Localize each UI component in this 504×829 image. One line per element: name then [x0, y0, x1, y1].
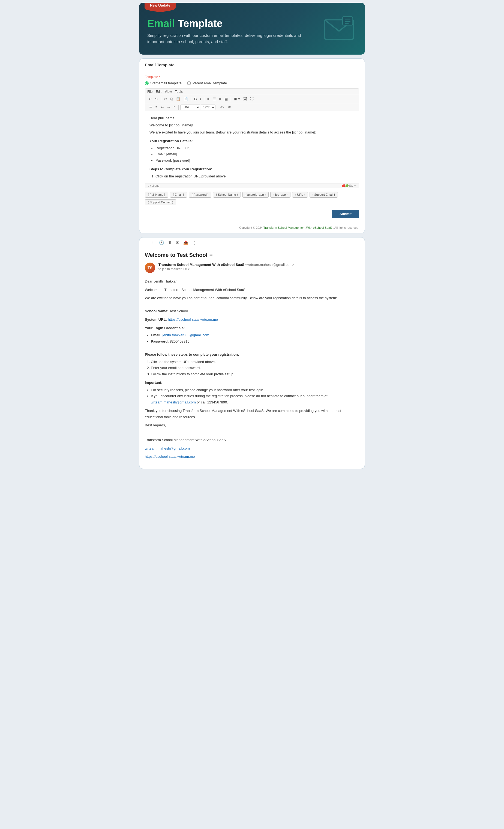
numbered-list-button[interactable]: ≡	[154, 104, 159, 110]
radio-parent[interactable]: Parent email template	[187, 81, 227, 85]
email-intro: We are excited to have you as part of ou…	[145, 295, 359, 301]
creds-password-item: Password: 8200408816	[151, 338, 359, 345]
more-icon[interactable]: ⋮	[192, 240, 196, 245]
hero-section: New Update Email Template Simplify regis…	[139, 3, 365, 55]
submit-button[interactable]: Submit	[332, 210, 359, 218]
bullet-list-button[interactable]: ≔	[147, 104, 154, 110]
url-link[interactable]: https://eschool-saas.wrteam.me	[168, 318, 218, 322]
copyright-rest: . All rights reserved.	[333, 226, 359, 229]
radio-dot-parent	[187, 81, 191, 85]
hero-title-green: Email	[147, 18, 175, 29]
editor-reg-list: Registration URL: [url] Email: [email] P…	[155, 145, 354, 163]
tag-full-name[interactable]: { Full Name }	[145, 192, 168, 197]
image-button[interactable]: 🖼	[242, 96, 248, 102]
required-asterisk: *	[159, 75, 160, 79]
signature-url-link[interactable]: https://eschool-saas.wrteam.me	[145, 455, 195, 459]
tag-support-email[interactable]: { Support Email }	[310, 192, 338, 197]
editor-reg-pass: Password: [password]	[155, 157, 354, 164]
editor-steps-list: Click on the registration URL provided a…	[155, 173, 354, 179]
copyright-bar: Copyright © 2024 Transform School Manage…	[139, 223, 365, 233]
template-label-text: Template	[145, 75, 158, 79]
edit-subject-icon[interactable]: ✏	[209, 252, 213, 258]
mail-icon[interactable]: ✉	[176, 240, 180, 245]
tag-email[interactable]: { Email }	[170, 192, 187, 197]
forward-icon[interactable]: 📤	[183, 240, 189, 245]
time-icon[interactable]: 🕐	[159, 240, 164, 245]
creds-head: Your Login Credentials:	[145, 325, 359, 331]
signature-link2: https://eschool-saas.wrteam.me	[145, 454, 359, 460]
step-1: Click on the system URL provided above.	[151, 359, 359, 365]
step-3: Follow the instructions to complete your…	[151, 371, 359, 377]
template-label: Template *	[145, 75, 359, 79]
sender-to[interactable]: to jenith.thakkar008 ▾	[158, 267, 295, 271]
archive-icon[interactable]: ☐	[152, 240, 155, 245]
table-button[interactable]: ⊞ ▾	[233, 96, 241, 102]
radio-staff[interactable]: Staff email template	[145, 81, 182, 85]
creds-email-link[interactable]: jenith.thakkar008@gmail.com	[162, 333, 209, 337]
align-center-button[interactable]: ☰	[211, 96, 217, 102]
menu-view[interactable]: View	[165, 90, 172, 94]
menu-edit[interactable]: Edit	[156, 90, 161, 94]
italic-button[interactable]: I	[199, 96, 202, 102]
creds-password-label: Password:	[151, 339, 169, 344]
regards: Best regards,	[145, 422, 359, 429]
font-size-select[interactable]: 12pt 14pt 16pt	[201, 105, 216, 110]
tag-android-app[interactable]: { android_app }	[242, 192, 269, 197]
back-icon[interactable]: ←	[144, 240, 148, 245]
support-email-link[interactable]: wrteam.mahesh@gmail.com	[151, 400, 196, 404]
bold-button[interactable]: B	[193, 96, 198, 102]
svg-rect-1	[343, 16, 353, 25]
align-justify-button[interactable]: ▤	[223, 96, 229, 102]
tag-ios-app[interactable]: { ios_app }	[270, 192, 290, 197]
indent-button[interactable]: ⇥	[166, 104, 171, 110]
radio-group: Staff email template Parent email templa…	[145, 81, 359, 85]
placeholder-tags-row: { Full Name } { Email } { Password } { S…	[145, 192, 359, 205]
editor-menubar: File Edit View Tools	[145, 89, 359, 95]
radio-dot-staff	[145, 81, 149, 85]
undo-button[interactable]: ↩	[147, 96, 153, 102]
hero-title-rest: Template	[175, 18, 223, 29]
tag-support-contact[interactable]: { Support Contact }	[145, 199, 176, 205]
align-right-button[interactable]: ≡	[218, 96, 223, 102]
signature-email-link[interactable]: wrteam.mahesh@gmail.com	[145, 446, 190, 450]
copyright-text: Copyright © 2024	[239, 226, 263, 229]
menu-file[interactable]: File	[147, 90, 152, 94]
paste-button[interactable]: 📋	[175, 96, 182, 102]
delete-icon[interactable]: 🗑	[168, 240, 172, 245]
editor-menus: File Edit View Tools	[147, 90, 183, 94]
menu-tools[interactable]: Tools	[175, 90, 183, 94]
step-2: Enter your email and password.	[151, 365, 359, 371]
source-code-button[interactable]: <>	[219, 104, 226, 110]
blockquote-button[interactable]: ❝	[172, 104, 177, 110]
tag-password[interactable]: { Password }	[189, 192, 211, 197]
preview-button[interactable]: 👁	[226, 104, 233, 110]
paste-plain-button[interactable]: 📄	[182, 96, 189, 102]
radio-label-staff: Staff email template	[150, 81, 182, 85]
email-client-toolbar: ← ☐ 🕐 🗑 ✉ 📤 ⋮	[139, 238, 365, 248]
fullscreen-button[interactable]: ⛶	[249, 96, 255, 102]
copy-button[interactable]: ⎘	[169, 96, 174, 102]
copyright-link[interactable]: Transform School Management With eSchool…	[264, 226, 332, 229]
editor-reg-url: Registration URL: [url]	[155, 145, 354, 151]
url-label: System URL:	[145, 318, 167, 322]
important-head: Important:	[145, 380, 359, 386]
editor-container: File Edit View Tools ↩ ↪ ✂ ⎘ 📋 📄 B I ≡	[145, 88, 359, 188]
toolbar-sep3	[204, 97, 204, 102]
tag-school-name[interactable]: { School Name }	[213, 192, 241, 197]
editor-step-1: Click on the registration URL provided a…	[155, 173, 354, 179]
tag-url[interactable]: { URL }	[292, 192, 308, 197]
editor-steps-head: Steps to Complete Your Registration:	[150, 166, 354, 172]
editor-body[interactable]: Dear [full_name], Welcome to [school_nam…	[145, 111, 359, 183]
editor-greeting: Dear [full_name],	[150, 115, 354, 121]
editor-welcome: Welcome to [school_name]!	[150, 122, 354, 128]
cut-button[interactable]: ✂	[163, 96, 168, 102]
card-title: Email Template	[139, 59, 365, 70]
steps-head: Please follow these steps to complete yo…	[145, 352, 359, 358]
sender-name-email: Transform School Management With eSchool…	[158, 262, 295, 267]
outdent-button[interactable]: ⇤	[160, 104, 165, 110]
align-left-button[interactable]: ≡	[206, 96, 211, 102]
divider-2	[145, 348, 359, 348]
font-family-select[interactable]: Lato Arial Georgia	[180, 105, 200, 110]
email-envelope-icon	[324, 13, 354, 44]
redo-button[interactable]: ↪	[154, 96, 159, 102]
